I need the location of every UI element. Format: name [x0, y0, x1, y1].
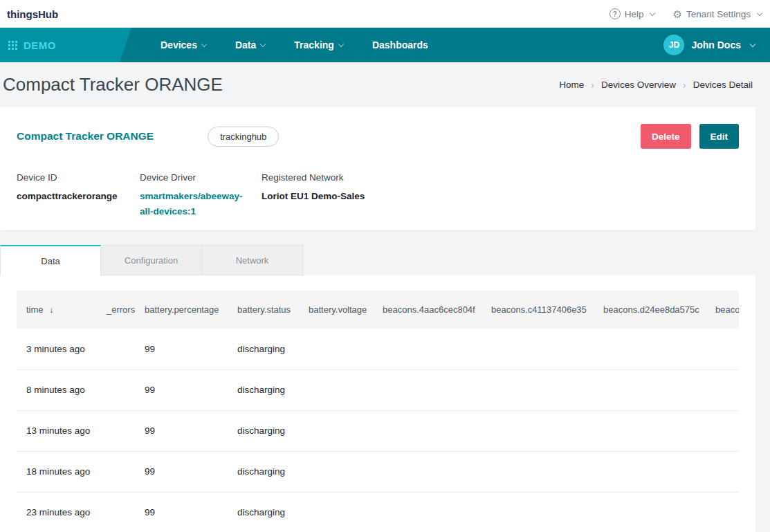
table-cell	[373, 329, 482, 369]
column-header-battery-voltage[interactable]: battery.voltage	[299, 291, 373, 329]
table-cell	[373, 369, 482, 410]
column-label: time	[26, 304, 44, 315]
table-scroll-area[interactable]: time ↓ _errors battery.percentage batter…	[17, 291, 739, 532]
grid-icon	[8, 41, 17, 50]
table-cell: 23 minutes ago	[17, 492, 97, 532]
chevron-down-icon	[750, 42, 755, 47]
table-cell: 8 minutes ago	[17, 369, 97, 410]
tab-network[interactable]: Network	[202, 245, 303, 275]
column-header-battery-status[interactable]: battery.status	[228, 291, 299, 329]
table-cell	[299, 492, 373, 532]
tenant-selector[interactable]: DEMO	[0, 28, 131, 62]
table-cell	[594, 369, 706, 410]
column-header-time[interactable]: time ↓	[17, 291, 97, 329]
device-tag-badge: trackinghub	[208, 127, 279, 147]
nav-item-devices[interactable]: Devices	[161, 39, 206, 51]
table-cell	[482, 451, 594, 492]
table-cell: discharging	[228, 369, 299, 410]
gear-icon: ⚙	[672, 9, 681, 19]
table-cell: 99	[135, 369, 228, 410]
table-cell	[299, 451, 373, 492]
table-cell	[97, 329, 135, 369]
column-header-beacon-4[interactable]: beacons	[706, 291, 739, 329]
user-name: John Docs	[691, 39, 741, 51]
tenant-name: DEMO	[24, 39, 56, 51]
field-device-id: Device ID compacttrackerorange	[17, 172, 140, 220]
chevron-down-icon	[201, 42, 207, 47]
navbar: DEMO Devices Data Tracking Dashboards JD…	[0, 28, 770, 62]
column-header-beacon-2[interactable]: beacons.c41137406e35	[482, 291, 594, 329]
brand-logo[interactable]: thingsHub	[7, 8, 58, 20]
field-label: Device Driver	[140, 172, 262, 183]
table-row: 3 minutes ago99discharging	[17, 329, 739, 369]
nav-item-label: Dashboards	[372, 39, 428, 51]
breadcrumb-separator-icon: ›	[591, 80, 594, 91]
tab-configuration[interactable]: Configuration	[101, 245, 202, 275]
field-value: Loriot EU1 Demo-Sales	[262, 189, 365, 204]
user-menu[interactable]: JD John Docs	[663, 35, 770, 55]
table-row: 13 minutes ago99discharging	[17, 410, 739, 451]
table-cell	[299, 329, 373, 369]
nav-item-data[interactable]: Data	[235, 39, 265, 51]
device-card-header: Compact Tracker ORANGE trackinghub Delet…	[17, 124, 739, 149]
nav-item-label: Devices	[161, 39, 197, 51]
column-header-battery-percentage[interactable]: battery.percentage	[135, 291, 228, 329]
table-cell	[373, 410, 482, 451]
tenant-settings-menu[interactable]: ⚙ Tenant Settings	[672, 9, 762, 19]
nav-item-dashboards[interactable]: Dashboards	[372, 39, 428, 51]
delete-button[interactable]: Delete	[641, 124, 691, 149]
table-cell: 3 minutes ago	[17, 329, 97, 369]
device-actions: Delete Edit	[641, 124, 739, 149]
breadcrumb: Home › Devices Overview › Devices Detail	[559, 80, 753, 91]
help-menu[interactable]: ? Help	[609, 8, 655, 19]
field-device-driver: Device Driver smartmakers/abeeway-all-de…	[140, 172, 262, 220]
table-cell: discharging	[228, 329, 299, 369]
device-name: Compact Tracker ORANGE	[17, 130, 154, 143]
table-cell	[706, 451, 739, 492]
tenant-settings-label: Tenant Settings	[686, 9, 751, 19]
column-header-beacon-1[interactable]: beacons.4aac6cec804f	[373, 291, 482, 329]
table-cell: 99	[135, 492, 228, 532]
edit-button[interactable]: Edit	[699, 124, 740, 149]
breadcrumb-home[interactable]: Home	[559, 80, 584, 90]
table-cell	[706, 329, 739, 369]
table-cell	[594, 329, 706, 369]
field-registered-network: Registered Network Loriot EU1 Demo-Sales	[262, 172, 365, 220]
field-value: compacttrackerorange	[17, 189, 140, 204]
table-cell	[97, 410, 135, 451]
device-driver-link[interactable]: smartmakers/abeeway-all-devices:1	[140, 189, 249, 220]
nav-item-label: Data	[235, 39, 256, 51]
table-cell	[482, 492, 594, 532]
help-label: Help	[625, 9, 644, 19]
sort-desc-icon: ↓	[49, 304, 54, 315]
chevron-down-icon	[757, 10, 762, 16]
field-label: Device ID	[17, 172, 140, 183]
table-body: 3 minutes ago99discharging8 minutes ago9…	[17, 329, 739, 532]
chevron-down-icon	[650, 10, 655, 16]
table-row: 8 minutes ago99discharging	[17, 369, 739, 410]
table-cell	[482, 369, 594, 410]
field-label: Registered Network	[262, 172, 365, 183]
table-cell: 18 minutes ago	[17, 451, 97, 492]
device-data-table: time ↓ _errors battery.percentage batter…	[17, 291, 739, 532]
table-cell	[373, 492, 482, 532]
column-header-errors[interactable]: _errors	[97, 291, 135, 329]
table-cell	[706, 369, 739, 410]
page-title: Compact Tracker ORANGE	[3, 74, 223, 95]
table-cell: 99	[135, 329, 228, 369]
nav-item-tracking[interactable]: Tracking	[294, 39, 343, 51]
table-cell: discharging	[228, 492, 299, 532]
avatar: JD	[663, 35, 684, 55]
table-cell	[706, 410, 739, 451]
table-cell: discharging	[228, 451, 299, 492]
nav-item-label: Tracking	[294, 39, 334, 51]
table-cell: discharging	[228, 410, 299, 451]
help-icon: ?	[609, 8, 621, 19]
table-cell: 13 minutes ago	[17, 410, 97, 451]
table-cell	[594, 410, 706, 451]
column-header-beacon-3[interactable]: beacons.d24ee8da575c	[594, 291, 706, 329]
table-row: 18 minutes ago99discharging	[17, 451, 739, 492]
table-cell	[97, 451, 135, 492]
breadcrumb-devices-overview[interactable]: Devices Overview	[601, 80, 676, 90]
tab-data[interactable]: Data	[0, 245, 101, 275]
